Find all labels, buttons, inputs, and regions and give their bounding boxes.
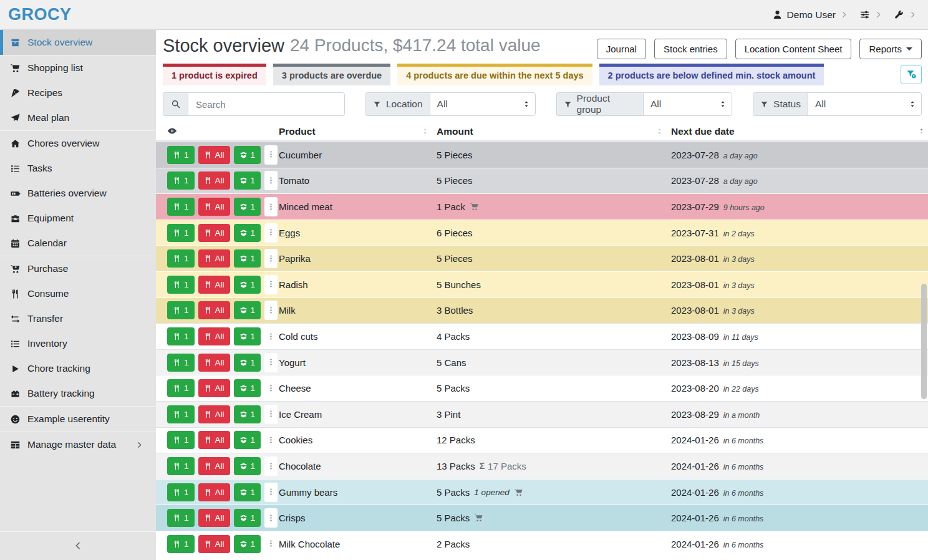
- columns-visibility-button[interactable]: [163, 122, 279, 140]
- consume-one-button[interactable]: 1: [167, 509, 195, 527]
- consume-all-button[interactable]: All: [198, 224, 230, 242]
- sidebar-item-batteries-overview[interactable]: Batteries overview: [0, 181, 156, 206]
- status-filter-select[interactable]: All: [808, 92, 922, 116]
- consume-one-button[interactable]: 1: [167, 301, 195, 319]
- consume-all-button[interactable]: All: [198, 198, 230, 216]
- admin-menu[interactable]: [894, 9, 917, 20]
- row-menu-button[interactable]: [264, 197, 278, 216]
- open-one-button[interactable]: 1: [234, 509, 261, 527]
- status-chip-expired[interactable]: 1 product is expired: [163, 64, 266, 85]
- consume-all-button[interactable]: All: [198, 405, 230, 423]
- row-menu-button[interactable]: [264, 430, 278, 450]
- sidebar-item-purchase[interactable]: Purchase: [0, 256, 156, 281]
- open-one-button[interactable]: 1: [234, 198, 261, 216]
- product-name[interactable]: Paprika: [279, 253, 437, 264]
- consume-one-button[interactable]: 1: [167, 327, 195, 345]
- stock-entries-button[interactable]: Stock entries: [654, 39, 727, 59]
- clear-filter-button[interactable]: [901, 65, 922, 84]
- row-menu-button[interactable]: [264, 534, 278, 554]
- sidebar-item-recipes[interactable]: Recipes: [0, 80, 156, 105]
- consume-one-button[interactable]: 1: [167, 224, 195, 242]
- product-name[interactable]: Yogurt: [279, 357, 437, 368]
- consume-all-button[interactable]: All: [198, 457, 230, 475]
- consume-one-button[interactable]: 1: [167, 405, 195, 423]
- consume-all-button[interactable]: All: [198, 249, 230, 268]
- open-one-button[interactable]: 1: [234, 483, 261, 501]
- row-menu-button[interactable]: [264, 379, 278, 398]
- row-menu-button[interactable]: [264, 301, 278, 320]
- sidebar-item-inventory[interactable]: Inventory: [0, 331, 156, 356]
- row-menu-button[interactable]: [264, 171, 278, 190]
- sidebar-item-chores-overview[interactable]: Chores overview: [0, 131, 156, 156]
- consume-one-button[interactable]: 1: [167, 276, 195, 294]
- product-group-filter-select[interactable]: All: [643, 92, 732, 116]
- open-one-button[interactable]: 1: [234, 171, 261, 190]
- sidebar-item-chore-tracking[interactable]: Chore tracking: [0, 356, 156, 381]
- open-one-button[interactable]: 1: [234, 249, 261, 268]
- sidebar-item-stock-overview[interactable]: Stock overview: [0, 30, 156, 55]
- sidebar-item-manage-master-data[interactable]: Manage master data: [0, 432, 156, 457]
- sidebar-item-tasks[interactable]: Tasks: [0, 156, 156, 181]
- consume-one-button[interactable]: 1: [167, 198, 195, 216]
- consume-all-button[interactable]: All: [198, 171, 230, 190]
- row-menu-button[interactable]: [264, 405, 278, 424]
- product-name[interactable]: Milk Chocolate: [279, 539, 437, 549]
- consume-one-button[interactable]: 1: [167, 146, 195, 164]
- consume-one-button[interactable]: 1: [167, 535, 195, 553]
- consume-one-button[interactable]: 1: [167, 379, 195, 397]
- status-chip-overdue[interactable]: 3 products are overdue: [273, 64, 390, 85]
- consume-all-button[interactable]: All: [198, 431, 230, 449]
- open-one-button[interactable]: 1: [234, 354, 261, 372]
- status-chip-belowmin[interactable]: 2 products are below defined min. stock …: [599, 64, 824, 85]
- row-menu-button[interactable]: [264, 249, 278, 268]
- open-one-button[interactable]: 1: [234, 146, 261, 164]
- location-content-sheet-button[interactable]: Location Content Sheet: [735, 39, 852, 59]
- row-menu-button[interactable]: [264, 327, 278, 346]
- open-one-button[interactable]: 1: [234, 327, 261, 345]
- column-header-amount[interactable]: Amount: [437, 122, 671, 140]
- sidebar-item-shopping-list[interactable]: Shopping list: [0, 56, 156, 80]
- row-menu-button[interactable]: [264, 223, 278, 243]
- consume-one-button[interactable]: 1: [167, 354, 195, 372]
- product-name[interactable]: Ice Cream: [279, 409, 437, 420]
- row-menu-button[interactable]: [264, 508, 278, 528]
- open-one-button[interactable]: 1: [234, 405, 261, 423]
- open-one-button[interactable]: 1: [234, 431, 261, 449]
- location-filter-select[interactable]: All: [430, 92, 536, 116]
- journal-button[interactable]: Journal: [597, 39, 646, 59]
- product-name[interactable]: Minced meat: [279, 201, 437, 212]
- column-header-next-due-date[interactable]: Next due date: [671, 122, 928, 140]
- product-name[interactable]: Radish: [279, 279, 437, 290]
- product-name[interactable]: Crisps: [279, 513, 437, 523]
- consume-all-button[interactable]: All: [198, 535, 230, 553]
- product-name[interactable]: Cucumber: [279, 150, 437, 160]
- status-chip-duesoon[interactable]: 4 products are due within the next 5 day…: [397, 64, 592, 85]
- row-menu-button[interactable]: [264, 483, 278, 502]
- open-one-button[interactable]: 1: [234, 276, 261, 294]
- sidebar-item-calendar[interactable]: Calendar: [0, 231, 156, 256]
- product-name[interactable]: Cheese: [279, 383, 437, 393]
- consume-all-button[interactable]: All: [198, 301, 230, 319]
- sidebar-item-example-userentity[interactable]: Example userentity: [0, 407, 156, 432]
- sidebar-item-transfer[interactable]: Transfer: [0, 306, 156, 331]
- sidebar-collapse-button[interactable]: [0, 531, 156, 560]
- consume-all-button[interactable]: All: [198, 327, 230, 345]
- product-name[interactable]: Tomato: [279, 175, 437, 186]
- column-header-product[interactable]: Product: [279, 122, 437, 140]
- row-menu-button[interactable]: [264, 353, 278, 372]
- open-one-button[interactable]: 1: [234, 457, 261, 475]
- consume-all-button[interactable]: All: [198, 509, 230, 527]
- row-menu-button[interactable]: [264, 456, 278, 476]
- sidebar-item-battery-tracking[interactable]: Battery tracking: [0, 381, 156, 406]
- consume-all-button[interactable]: All: [198, 483, 230, 501]
- product-name[interactable]: Cold cuts: [279, 331, 437, 342]
- vertical-scrollbar[interactable]: [921, 284, 927, 399]
- consume-one-button[interactable]: 1: [167, 431, 195, 449]
- open-one-button[interactable]: 1: [234, 224, 261, 242]
- consume-one-button[interactable]: 1: [167, 171, 195, 190]
- product-name[interactable]: Chocolate: [279, 461, 437, 471]
- consume-one-button[interactable]: 1: [167, 457, 195, 475]
- row-menu-button[interactable]: [264, 145, 278, 165]
- product-name[interactable]: Cookies: [279, 435, 437, 445]
- consume-one-button[interactable]: 1: [167, 249, 195, 268]
